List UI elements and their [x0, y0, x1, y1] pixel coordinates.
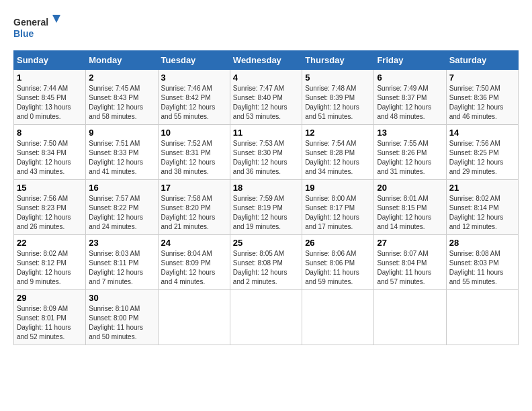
column-header-wednesday: Wednesday	[230, 51, 302, 70]
day-info: Sunrise: 7:55 AMSunset: 8:26 PMDaylight:…	[377, 140, 431, 175]
day-number: 29	[17, 293, 83, 303]
calendar-cell: 3 Sunrise: 7:46 AMSunset: 8:42 PMDayligh…	[158, 70, 230, 125]
calendar-cell: 16 Sunrise: 7:57 AMSunset: 8:22 PMDaylig…	[86, 180, 158, 235]
column-header-monday: Monday	[86, 51, 158, 70]
calendar-week-row: 15 Sunrise: 7:56 AMSunset: 8:23 PMDaylig…	[14, 180, 519, 235]
day-number: 26	[305, 238, 371, 248]
day-number: 12	[305, 128, 371, 138]
calendar-cell: 1 Sunrise: 7:44 AMSunset: 8:45 PMDayligh…	[14, 70, 86, 125]
day-info: Sunrise: 7:51 AMSunset: 8:33 PMDaylight:…	[89, 140, 143, 175]
day-info: Sunrise: 8:09 AMSunset: 8:01 PMDaylight:…	[17, 305, 71, 340]
day-number: 18	[233, 183, 299, 193]
page-header: General Blue	[13, 13, 519, 44]
calendar-cell: 14 Sunrise: 7:56 AMSunset: 8:25 PMDaylig…	[446, 125, 518, 180]
day-info: Sunrise: 7:49 AMSunset: 8:37 PMDaylight:…	[377, 85, 431, 120]
calendar-week-row: 8 Sunrise: 7:50 AMSunset: 8:34 PMDayligh…	[14, 125, 519, 180]
calendar-cell: 2 Sunrise: 7:45 AMSunset: 8:43 PMDayligh…	[86, 70, 158, 125]
calendar-week-row: 1 Sunrise: 7:44 AMSunset: 8:45 PMDayligh…	[14, 70, 519, 125]
day-number: 5	[305, 73, 371, 83]
svg-text:General: General	[13, 17, 48, 28]
calendar-cell: 21 Sunrise: 8:02 AMSunset: 8:14 PMDaylig…	[446, 180, 518, 235]
day-number: 3	[161, 73, 227, 83]
day-number: 11	[233, 128, 299, 138]
day-number: 2	[89, 73, 154, 83]
calendar-cell: 15 Sunrise: 7:56 AMSunset: 8:23 PMDaylig…	[14, 180, 86, 235]
logo-svg: General Blue	[13, 13, 60, 44]
calendar-cell: 13 Sunrise: 7:55 AMSunset: 8:26 PMDaylig…	[374, 125, 446, 180]
calendar-cell: 17 Sunrise: 7:58 AMSunset: 8:20 PMDaylig…	[158, 180, 230, 235]
day-number: 28	[449, 238, 515, 248]
calendar-week-row: 22 Sunrise: 8:02 AMSunset: 8:12 PMDaylig…	[14, 235, 519, 290]
day-number: 10	[161, 128, 227, 138]
calendar-cell: 4 Sunrise: 7:47 AMSunset: 8:40 PMDayligh…	[230, 70, 302, 125]
day-number: 4	[233, 73, 299, 83]
calendar-cell: 9 Sunrise: 7:51 AMSunset: 8:33 PMDayligh…	[86, 125, 158, 180]
calendar-cell: 28 Sunrise: 8:08 AMSunset: 8:03 PMDaylig…	[446, 235, 518, 290]
column-header-tuesday: Tuesday	[158, 51, 230, 70]
day-info: Sunrise: 8:03 AMSunset: 8:11 PMDaylight:…	[89, 250, 143, 285]
day-info: Sunrise: 7:45 AMSunset: 8:43 PMDaylight:…	[89, 85, 143, 120]
day-number: 20	[377, 183, 443, 193]
calendar-cell: 22 Sunrise: 8:02 AMSunset: 8:12 PMDaylig…	[14, 235, 86, 290]
calendar-cell	[302, 290, 374, 345]
calendar-cell: 8 Sunrise: 7:50 AMSunset: 8:34 PMDayligh…	[14, 125, 86, 180]
day-number: 17	[161, 183, 227, 193]
calendar-cell	[374, 290, 446, 345]
svg-marker-2	[52, 15, 60, 23]
day-number: 22	[17, 238, 83, 248]
day-number: 24	[161, 238, 227, 248]
calendar-table: SundayMondayTuesdayWednesdayThursdayFrid…	[13, 50, 519, 345]
day-number: 19	[305, 183, 371, 193]
day-info: Sunrise: 8:05 AMSunset: 8:08 PMDaylight:…	[233, 250, 287, 285]
calendar-cell: 18 Sunrise: 7:59 AMSunset: 8:19 PMDaylig…	[230, 180, 302, 235]
day-info: Sunrise: 7:54 AMSunset: 8:28 PMDaylight:…	[305, 140, 359, 175]
calendar-cell: 30 Sunrise: 8:10 AMSunset: 8:00 PMDaylig…	[86, 290, 158, 345]
calendar-cell: 11 Sunrise: 7:53 AMSunset: 8:30 PMDaylig…	[230, 125, 302, 180]
day-info: Sunrise: 7:56 AMSunset: 8:25 PMDaylight:…	[449, 140, 504, 175]
calendar-cell	[230, 290, 302, 345]
calendar-cell: 12 Sunrise: 7:54 AMSunset: 8:28 PMDaylig…	[302, 125, 374, 180]
column-header-friday: Friday	[374, 51, 446, 70]
day-info: Sunrise: 7:52 AMSunset: 8:31 PMDaylight:…	[161, 140, 216, 175]
day-info: Sunrise: 7:53 AMSunset: 8:30 PMDaylight:…	[233, 140, 287, 175]
day-number: 7	[449, 73, 515, 83]
day-info: Sunrise: 8:02 AMSunset: 8:12 PMDaylight:…	[17, 250, 71, 285]
day-number: 14	[449, 128, 515, 138]
day-info: Sunrise: 7:56 AMSunset: 8:23 PMDaylight:…	[17, 195, 71, 230]
day-info: Sunrise: 8:00 AMSunset: 8:17 PMDaylight:…	[305, 195, 359, 230]
day-number: 30	[89, 293, 154, 303]
column-header-sunday: Sunday	[14, 51, 86, 70]
day-info: Sunrise: 8:02 AMSunset: 8:14 PMDaylight:…	[449, 195, 504, 230]
svg-text:Blue: Blue	[13, 28, 34, 39]
calendar-cell: 26 Sunrise: 8:06 AMSunset: 8:06 PMDaylig…	[302, 235, 374, 290]
column-header-thursday: Thursday	[302, 51, 374, 70]
day-info: Sunrise: 7:47 AMSunset: 8:40 PMDaylight:…	[233, 85, 287, 120]
day-info: Sunrise: 8:07 AMSunset: 8:04 PMDaylight:…	[377, 250, 431, 285]
calendar-cell: 27 Sunrise: 8:07 AMSunset: 8:04 PMDaylig…	[374, 235, 446, 290]
calendar-cell	[158, 290, 230, 345]
day-info: Sunrise: 8:06 AMSunset: 8:06 PMDaylight:…	[305, 250, 359, 285]
calendar-cell	[446, 290, 518, 345]
calendar-cell: 19 Sunrise: 8:00 AMSunset: 8:17 PMDaylig…	[302, 180, 374, 235]
calendar-cell: 7 Sunrise: 7:50 AMSunset: 8:36 PMDayligh…	[446, 70, 518, 125]
day-number: 1	[17, 73, 83, 83]
day-number: 27	[377, 238, 443, 248]
day-number: 21	[449, 183, 515, 193]
calendar-cell: 5 Sunrise: 7:48 AMSunset: 8:39 PMDayligh…	[302, 70, 374, 125]
calendar-header-row: SundayMondayTuesdayWednesdayThursdayFrid…	[14, 51, 519, 70]
calendar-cell: 6 Sunrise: 7:49 AMSunset: 8:37 PMDayligh…	[374, 70, 446, 125]
day-number: 23	[89, 238, 154, 248]
column-header-saturday: Saturday	[446, 51, 518, 70]
calendar-cell: 29 Sunrise: 8:09 AMSunset: 8:01 PMDaylig…	[14, 290, 86, 345]
day-number: 9	[89, 128, 154, 138]
day-number: 16	[89, 183, 154, 193]
day-number: 6	[377, 73, 443, 83]
day-number: 8	[17, 128, 83, 138]
day-info: Sunrise: 7:58 AMSunset: 8:20 PMDaylight:…	[161, 195, 216, 230]
day-info: Sunrise: 7:59 AMSunset: 8:19 PMDaylight:…	[233, 195, 287, 230]
day-info: Sunrise: 8:10 AMSunset: 8:00 PMDaylight:…	[89, 305, 143, 340]
day-number: 25	[233, 238, 299, 248]
day-info: Sunrise: 8:08 AMSunset: 8:03 PMDaylight:…	[449, 250, 504, 285]
logo: General Blue	[13, 13, 60, 44]
day-info: Sunrise: 7:50 AMSunset: 8:34 PMDaylight:…	[17, 140, 71, 175]
